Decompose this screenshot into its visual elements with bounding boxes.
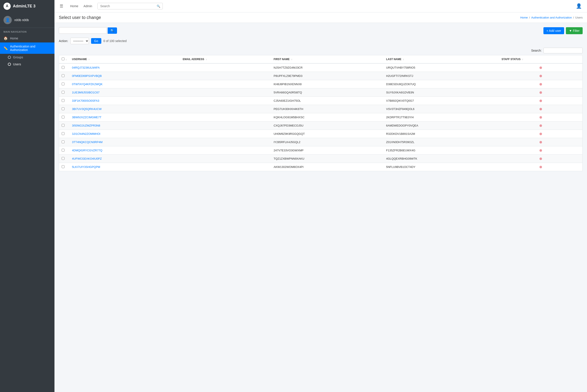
circle-icon	[8, 56, 11, 59]
table-row: 3BW9JXZZCIMGME7T KQKHLOG91M5BHXSC 2KDRPT…	[59, 113, 583, 122]
username-link[interactable]: 3TT4NQKCQCN0RP4M	[72, 140, 102, 144]
sidebar-item-groups[interactable]: Groups	[0, 54, 55, 61]
table-search-row: Search:	[59, 48, 583, 53]
row-checkbox-cell	[59, 97, 70, 105]
username-link[interactable]: 4UFWCGEAKO4IU0PZ	[72, 157, 102, 160]
email-cell	[180, 113, 271, 122]
nav-link-home[interactable]: Home	[69, 4, 80, 9]
staff-sort-icon: ↕	[522, 58, 523, 60]
username-link[interactable]: 1UE3M9J5SIBO1C67	[72, 91, 99, 94]
sidebar-item-auth[interactable]: ✏️ Authentication and Authorization	[0, 42, 55, 54]
add-user-button[interactable]: + Add user	[543, 27, 564, 34]
lastname-column-header[interactable]: LAST NAME ↕	[383, 55, 499, 64]
table-row: 0TWTAYQ4KPZK2WQK KH8J8PIB1NXENNX8 D38ESD…	[59, 80, 583, 88]
lastname-cell: D38ESDU8QJZO67UQ	[383, 80, 499, 88]
username-link[interactable]: 3I50W2JUZMZPR3N8	[72, 124, 100, 127]
username-link[interactable]: 0TWTAYQ4KPZK2WQK	[72, 82, 102, 86]
action-select[interactable]: ----------	[70, 38, 89, 44]
username-link[interactable]: 33F1K7000SO0SFA3	[72, 99, 99, 102]
username-link[interactable]: 0FM0ED69PSXPVBQB	[72, 74, 102, 78]
row-checkbox[interactable]	[62, 157, 65, 160]
staff-column-header[interactable]: STAFF STATUS ↕	[499, 55, 583, 64]
nav-link-admin[interactable]: Admin	[82, 4, 94, 9]
table-search-label: Search:	[531, 49, 542, 52]
filter-search-button[interactable]: 🔍	[108, 28, 117, 34]
row-checkbox[interactable]	[62, 132, 65, 135]
username-link[interactable]: 3BW9JXZZCIMGME7T	[72, 116, 101, 119]
email-cell	[180, 97, 271, 105]
row-checkbox[interactable]	[62, 82, 65, 85]
sidebar-subitem-label: Groups	[13, 56, 23, 59]
edit-icon: ✏️	[4, 46, 8, 50]
staff-status-icon: ⊗	[539, 66, 542, 70]
username-link[interactable]: 04RQJ73236ULM4FA	[72, 66, 100, 69]
user-menu-button[interactable]: 👤	[574, 2, 583, 10]
email-cell	[180, 80, 271, 88]
top-search-input[interactable]	[98, 3, 155, 9]
table-row: 5LKI7UIY3SHGPQPM AKW1302WOM8OX4PI 5NFLU9…	[59, 163, 583, 171]
go-button[interactable]: Go	[91, 38, 101, 44]
breadcrumb: Home / Authentication and Authorization …	[520, 16, 583, 19]
username-link[interactable]: 5LKI7UIY3SHGPQPM	[72, 165, 100, 168]
lastname-sort-icon: ↕	[403, 58, 404, 60]
sidebar-item-users[interactable]: Users	[0, 61, 55, 68]
firstname-cell: P8UPFXLZ9E79PMD3	[271, 72, 383, 80]
filter-button[interactable]: ▼ Filter	[566, 27, 583, 34]
row-checkbox[interactable]	[62, 91, 65, 94]
lastname-cell: Z01XN0DH75R39OZL	[383, 138, 499, 146]
row-checkbox[interactable]	[62, 124, 65, 127]
email-column-header[interactable]: EMAIL ADDRESS ↕	[180, 55, 271, 64]
toolbar: 🔍 + Add user ▼ Filter	[59, 27, 583, 34]
nav-toggle-button[interactable]: ☰	[58, 3, 65, 9]
username-cell: 3TT4NQKCQCN0RP4M	[69, 138, 180, 146]
sidebar-item-home[interactable]: 🏠 Home	[0, 34, 55, 42]
firstname-cell: NJSH7TZ9ZG4MJ3CR	[271, 63, 383, 72]
hamburger-icon: ☰	[60, 4, 63, 8]
selected-count: 0 of 100 selected	[104, 39, 127, 43]
row-checkbox[interactable]	[62, 149, 65, 152]
circle-icon	[8, 63, 11, 66]
username-cell: 1UE3M9J5SIBO1C67	[69, 88, 180, 97]
sidebar-section-label: MAIN NAVIGATION	[0, 28, 55, 34]
top-search-button[interactable]: 🔍	[155, 3, 163, 9]
username-link[interactable]: 4DMQIGRYCGVZR77Q	[72, 149, 102, 152]
email-cell	[180, 88, 271, 97]
username-cell: 33F1K7000SO0SFA3	[69, 97, 180, 105]
avatar: 👤	[4, 16, 12, 24]
row-checkbox[interactable]	[62, 140, 65, 143]
staff-status-icon: ⊗	[539, 116, 542, 119]
filter-search: 🔍	[59, 27, 117, 34]
breadcrumb-home[interactable]: Home	[520, 16, 528, 19]
row-checkbox[interactable]	[62, 66, 65, 69]
row-checkbox-cell	[59, 163, 70, 171]
username-cell: 3I50W2JUZMZPR3N8	[69, 122, 180, 130]
row-checkbox-cell	[59, 113, 70, 122]
email-cell	[180, 122, 271, 130]
staff-status-icon: ⊗	[539, 124, 542, 128]
username-column-header[interactable]: USERNAME ↕	[69, 55, 180, 64]
username-link[interactable]: 3JI1CN4N2ZOMMHOI	[72, 132, 100, 136]
toolbar-actions: + Add user ▼ Filter	[543, 27, 583, 34]
table-row: 3TT4NQKCQCN0RP4M IY285RFLK4J5GQL2 Z01XN0…	[59, 138, 583, 146]
filter-search-input[interactable]	[59, 27, 107, 34]
email-cell	[180, 154, 271, 163]
username-link[interactable]: 3BI7UV3Q5QRK4UCW	[72, 107, 102, 111]
breadcrumb-section[interactable]: Authentication and Authorization	[531, 16, 572, 19]
row-checkbox[interactable]	[62, 74, 65, 77]
firstname-column-header[interactable]: FIRST NAME ↕	[271, 55, 383, 64]
username-cell: 3BW9JXZZCIMGME7T	[69, 113, 180, 122]
select-all-checkbox[interactable]	[62, 58, 65, 60]
row-checkbox[interactable]	[62, 116, 65, 118]
staff-status-icon: ⊗	[539, 148, 542, 152]
table-search-input[interactable]	[543, 48, 583, 53]
row-checkbox-cell	[59, 122, 70, 130]
row-checkbox-cell	[59, 72, 70, 80]
top-search-box: 🔍	[97, 3, 163, 9]
row-checkbox-cell	[59, 138, 70, 146]
firstname-cell: UH0M9Z9K9RGGQGQT	[271, 130, 383, 138]
table-row: 3JI1CN4N2ZOMMHOI UH0M9Z9K9RGGQGQT R32DKD…	[59, 130, 583, 138]
row-checkbox[interactable]	[62, 165, 65, 168]
staff-status-icon: ⊗	[539, 90, 542, 94]
row-checkbox[interactable]	[62, 99, 65, 102]
row-checkbox[interactable]	[62, 107, 65, 110]
